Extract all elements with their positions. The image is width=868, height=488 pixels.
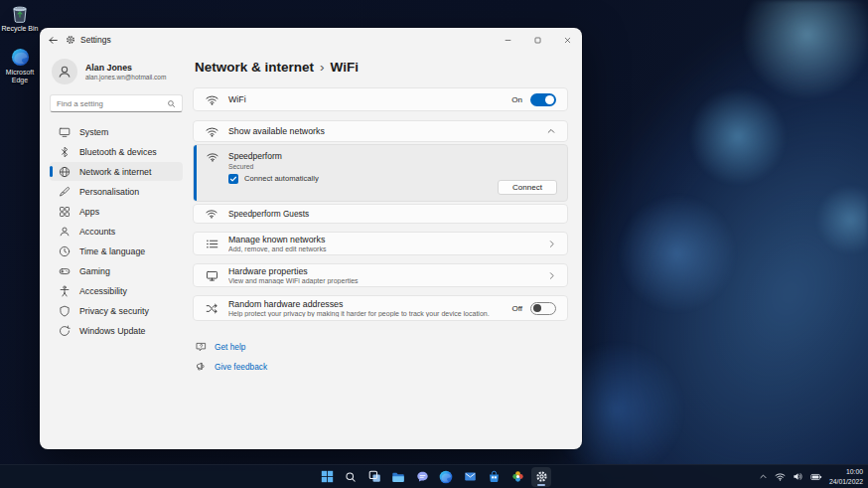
sidebar: Alan Jones alan.jones.wn@hotmail.com Sys… xyxy=(40,52,189,449)
tray-volume-icon[interactable] xyxy=(793,471,803,482)
minimize-button[interactable] xyxy=(493,28,522,52)
globe-icon xyxy=(58,165,71,178)
wifi-icon xyxy=(205,93,218,106)
desktop-icon-microsoft-edge[interactable]: Microsoft Edge xyxy=(0,48,43,84)
wifi-toggle-row: WiFi On xyxy=(193,87,568,111)
breadcrumb-parent[interactable]: Network & internet xyxy=(195,60,314,75)
main-content: Network & internet › WiFi WiFi On xyxy=(189,52,582,449)
back-button[interactable] xyxy=(40,28,66,52)
network-speedperform-guests[interactable]: Speedperform Guests xyxy=(193,204,568,224)
shield-icon xyxy=(58,304,71,317)
task-view-icon xyxy=(368,470,381,483)
give-feedback-label: Give feedback xyxy=(215,362,267,372)
clock-icon xyxy=(58,244,71,257)
file-explorer-button[interactable] xyxy=(388,467,408,487)
list-icon xyxy=(205,238,218,250)
window-title: Settings xyxy=(80,35,111,45)
search-box[interactable] xyxy=(50,94,183,112)
apps-icon xyxy=(58,205,71,218)
desktop-icon-recycle-bin[interactable]: Recycle Bin xyxy=(0,4,43,33)
chat-icon xyxy=(416,470,429,483)
sidebar-item-label: System xyxy=(79,127,108,137)
sidebar-item-bluetooth-devices[interactable]: Bluetooth & devices xyxy=(50,142,183,161)
bluetooth-icon xyxy=(58,145,71,158)
tray-chevron-up-icon[interactable] xyxy=(759,472,768,481)
recycle-bin-icon xyxy=(11,4,29,23)
search-icon xyxy=(167,99,176,108)
connect-automatically-checkbox[interactable] xyxy=(228,174,238,184)
sidebar-item-label: Apps xyxy=(79,207,99,217)
sidebar-item-windows-update[interactable]: Windows Update xyxy=(50,321,183,340)
manage-known-networks-row[interactable]: Manage known networks Add, remove, and e… xyxy=(193,232,568,255)
connect-automatically-label: Connect automatically xyxy=(244,174,319,183)
random-hw-state-label: Off xyxy=(511,304,522,313)
taskbar-clock[interactable]: 10:00 24/01/2022 xyxy=(829,467,863,485)
chat-button[interactable] xyxy=(412,467,432,487)
network-speedperform[interactable]: Speedperform Secured Connect automatical… xyxy=(193,144,568,202)
sidebar-item-personalisation[interactable]: Personalisation xyxy=(50,182,183,201)
sidebar-item-accessibility[interactable]: Accessibility xyxy=(50,281,183,300)
desktop-icon-label: Recycle Bin xyxy=(2,25,39,33)
settings-gear-icon xyxy=(535,470,548,483)
accessibility-icon xyxy=(58,284,71,297)
settings-taskbar-button[interactable] xyxy=(531,467,551,487)
maximize-button[interactable] xyxy=(522,28,552,52)
hardware-properties-row[interactable]: Hardware properties View and manage WiFi… xyxy=(193,263,568,287)
random-hw-title: Random hardware addresses xyxy=(228,299,502,309)
connect-button[interactable]: Connect xyxy=(498,180,557,195)
tray-battery-icon[interactable] xyxy=(810,471,822,483)
profile[interactable]: Alan Jones alan.jones.wn@hotmail.com xyxy=(50,54,183,94)
breadcrumb: Network & internet › WiFi xyxy=(195,60,568,75)
accounts-icon xyxy=(58,225,71,238)
give-feedback-link[interactable]: Give feedback xyxy=(196,361,568,372)
sidebar-item-label: Network & internet xyxy=(79,167,151,177)
sidebar-item-accounts[interactable]: Accounts xyxy=(50,222,183,241)
wifi-state-label: On xyxy=(511,95,522,104)
sidebar-item-network-internet[interactable]: Network & internet xyxy=(50,162,183,181)
file-explorer-icon xyxy=(391,470,405,484)
edge-button[interactable] xyxy=(436,467,456,487)
app-title: Settings xyxy=(66,35,111,45)
sidebar-item-label: Personalisation xyxy=(79,187,139,197)
task-view-button[interactable] xyxy=(364,467,384,487)
sidebar-item-system[interactable]: System xyxy=(50,122,183,141)
taskbar-search-button[interactable] xyxy=(341,467,361,487)
sidebar-item-gaming[interactable]: Gaming xyxy=(50,261,183,280)
sidebar-item-label: Time & language xyxy=(79,246,145,256)
gamepad-icon xyxy=(58,264,71,277)
shuffle-icon xyxy=(205,302,218,315)
get-help-link[interactable]: Get help xyxy=(196,341,568,352)
photos-button[interactable] xyxy=(507,467,527,487)
clock-date: 24/01/2022 xyxy=(829,477,863,486)
chevron-right-icon xyxy=(547,240,556,248)
profile-name: Alan Jones xyxy=(85,63,166,73)
sidebar-nav: System Bluetooth & devices Network & int… xyxy=(50,122,183,340)
sidebar-item-apps[interactable]: Apps xyxy=(50,202,183,221)
photos-icon xyxy=(511,470,524,483)
random-hw-subtitle: Help protect your privacy by making it h… xyxy=(228,310,502,317)
sidebar-item-time-language[interactable]: Time & language xyxy=(50,242,183,260)
search-icon xyxy=(345,471,357,483)
mail-button[interactable] xyxy=(460,467,480,487)
close-button[interactable] xyxy=(552,28,582,52)
random-hw-toggle[interactable] xyxy=(530,302,556,315)
sidebar-item-label: Privacy & security xyxy=(79,306,149,316)
hardware-title: Hardware properties xyxy=(228,266,537,276)
taskbar: 10:00 24/01/2022 xyxy=(0,464,868,488)
personalisation-icon xyxy=(58,185,71,198)
tray-wifi-icon[interactable] xyxy=(775,471,786,482)
search-input[interactable] xyxy=(57,99,167,108)
sidebar-item-privacy-security[interactable]: Privacy & security xyxy=(50,301,183,320)
start-icon xyxy=(321,470,334,483)
guest-network-name: Speedperform Guests xyxy=(228,209,309,219)
show-available-networks-row[interactable]: Show available networks xyxy=(193,120,568,142)
breadcrumb-separator: › xyxy=(320,60,325,75)
random-hardware-addresses-row: Random hardware addresses Help protect y… xyxy=(193,295,568,321)
manage-networks-title: Manage known networks xyxy=(228,235,537,244)
wifi-networks-icon xyxy=(205,125,218,138)
store-button[interactable] xyxy=(484,467,504,487)
chevron-up-icon[interactable] xyxy=(546,126,556,136)
start-button[interactable] xyxy=(317,467,337,487)
sidebar-item-label: Gaming xyxy=(79,266,110,276)
wifi-toggle[interactable] xyxy=(530,93,556,106)
